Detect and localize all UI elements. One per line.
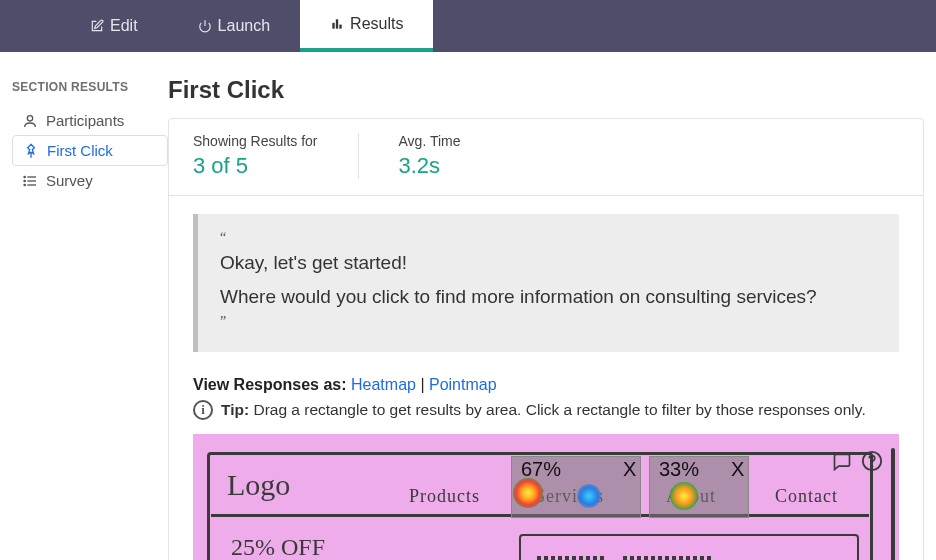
- quote-line1: Okay, let's get started!: [220, 246, 877, 280]
- selection-close-2[interactable]: X: [731, 458, 744, 481]
- tip-text-wrap: Tip: Drag a rectangle to get results by …: [221, 401, 866, 419]
- selection-percent-1: 67%: [521, 458, 561, 481]
- view-heatmap-link[interactable]: Heatmap: [351, 376, 416, 393]
- tip-text: Drag a rectangle to get results by area.…: [249, 401, 866, 418]
- view-pointmap-link[interactable]: Pointmap: [429, 376, 497, 393]
- sidebar-item-survey[interactable]: Survey: [12, 166, 168, 195]
- view-sep: |: [416, 376, 429, 393]
- tab-launch[interactable]: Launch: [168, 0, 301, 52]
- wireframe-right-edge: [891, 448, 895, 560]
- tab-label: Results: [350, 15, 403, 33]
- tip-row: i Tip: Drag a rectangle to get results b…: [169, 396, 923, 434]
- results-icon: [330, 17, 344, 31]
- wireframe-squiggle: [537, 556, 607, 560]
- sidebar: SECTION RESULTS Participants First Click…: [0, 52, 168, 560]
- tab-edit[interactable]: Edit: [60, 0, 168, 52]
- sidebar-item-first-click[interactable]: First Click: [12, 135, 168, 166]
- power-icon: [198, 19, 212, 33]
- svg-point-4: [27, 115, 32, 120]
- heatmap-canvas[interactable]: Logo Products Services About Contact 25%…: [193, 434, 899, 560]
- user-icon: [22, 113, 38, 129]
- view-responses-row: View Responses as: Heatmap | Pointmap: [169, 370, 923, 396]
- pin-icon: [23, 143, 39, 159]
- wireframe-squiggle: [623, 556, 713, 560]
- svg-point-13: [872, 466, 873, 467]
- tab-results[interactable]: Results: [300, 0, 433, 52]
- wireframe-nav-products: Products: [409, 486, 480, 507]
- sidebar-item-label: Participants: [46, 112, 124, 129]
- stat-value: 3.2s: [399, 153, 461, 179]
- stat-label: Showing Results for: [193, 133, 318, 149]
- wireframe-promo: 25% OFF: [231, 534, 325, 560]
- sidebar-item-label: Survey: [46, 172, 93, 189]
- view-label: View Responses as:: [193, 376, 347, 393]
- stats-row: Showing Results for 3 of 5 Avg. Time 3.2…: [169, 119, 923, 196]
- stat-avgtime: Avg. Time 3.2s: [399, 133, 501, 179]
- comment-icon: [831, 452, 853, 472]
- wireframe-logo: Logo: [227, 468, 290, 502]
- stat-value: 3 of 5: [193, 153, 318, 179]
- wireframe-nav-contact: Contact: [775, 486, 838, 507]
- open-quote-icon: “: [220, 230, 877, 246]
- svg-point-10: [24, 180, 25, 181]
- svg-rect-1: [332, 23, 334, 29]
- help-icon: [861, 450, 883, 472]
- stat-showing: Showing Results for 3 of 5: [193, 133, 359, 179]
- main: First Click Showing Results for 3 of 5 A…: [168, 52, 936, 560]
- info-icon: i: [193, 400, 213, 420]
- quote-line2: Where would you click to find more infor…: [220, 280, 877, 314]
- svg-point-11: [24, 184, 25, 185]
- page-title: First Click: [168, 76, 924, 104]
- results-card: Showing Results for 3 of 5 Avg. Time 3.2…: [168, 118, 924, 560]
- svg-rect-3: [339, 25, 341, 29]
- svg-point-9: [24, 176, 25, 177]
- stat-label: Avg. Time: [399, 133, 461, 149]
- tab-label: Launch: [218, 17, 271, 35]
- close-quote-icon: ”: [220, 314, 877, 330]
- top-nav: Edit Launch Results: [0, 0, 936, 52]
- edit-icon: [90, 19, 104, 33]
- sidebar-item-participants[interactable]: Participants: [12, 106, 168, 135]
- selection-close-1[interactable]: X: [623, 458, 636, 481]
- sidebar-title: SECTION RESULTS: [12, 80, 168, 106]
- sidebar-item-label: First Click: [47, 142, 113, 159]
- tip-label: Tip:: [221, 401, 249, 418]
- task-prompt-quote: “ Okay, let's get started! Where would y…: [193, 214, 899, 352]
- svg-rect-2: [336, 19, 338, 28]
- selection-percent-2: 33%: [659, 458, 699, 481]
- tab-label: Edit: [110, 17, 138, 35]
- list-icon: [22, 173, 38, 189]
